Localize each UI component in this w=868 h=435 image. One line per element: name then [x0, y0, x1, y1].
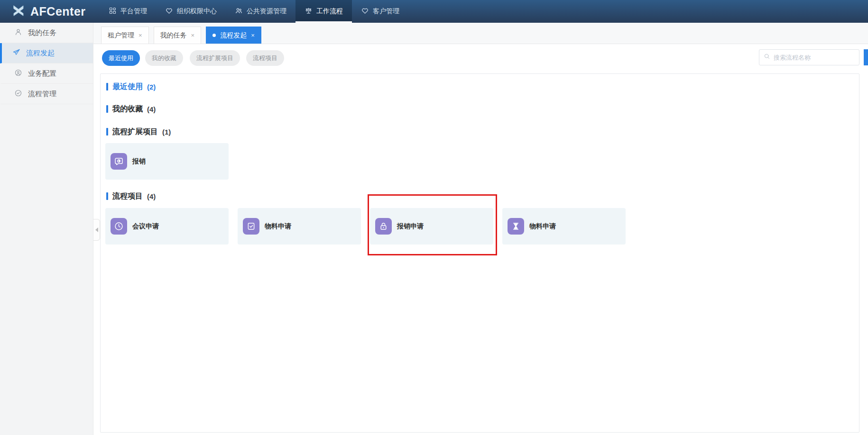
section-count: (2): [147, 83, 156, 91]
section-count: (1): [162, 128, 171, 136]
filter-my-favorites[interactable]: 我的收藏: [145, 50, 183, 66]
filter-label: 流程扩展项目: [196, 54, 233, 63]
section-header-process-extension-items: 流程扩展项目 (1): [106, 127, 171, 136]
app-logo-icon: [11, 3, 26, 19]
process-card-label: 报销申请: [397, 222, 424, 231]
process-card-label: 会议申请: [132, 222, 159, 231]
nav-item-label: 客户管理: [373, 7, 399, 16]
filter-label: 最近使用: [109, 54, 133, 63]
section-title: 流程扩展项目: [112, 127, 158, 137]
nav-item-label: 组织权限中心: [177, 7, 217, 16]
process-card-material-request-1[interactable]: 物料申请: [238, 208, 361, 245]
close-icon[interactable]: ×: [139, 32, 142, 39]
chevron-left-icon: [95, 227, 98, 232]
process-card-label: 物料申请: [265, 222, 291, 231]
filter-recently-used[interactable]: 最近使用: [102, 50, 140, 66]
active-dot-icon: [212, 34, 216, 37]
user-icon: [14, 28, 22, 37]
section-bar: [106, 83, 108, 91]
hourglass-icon: [508, 218, 524, 235]
filter-label: 流程项目: [253, 54, 277, 63]
lock-icon: [375, 218, 392, 235]
nav-item-public-resource-management[interactable]: 公共资源管理: [226, 0, 295, 23]
sidebar-item-process-management[interactable]: 流程管理: [0, 84, 93, 104]
section-bar: [106, 105, 108, 113]
section-title: 我的收藏: [112, 104, 143, 114]
content-panel: [100, 73, 859, 433]
sidebar-item-label: 我的任务: [28, 28, 56, 37]
sidebar: 我的任务 流程发起 业务配置 流程管理: [0, 23, 93, 435]
tab-process-initiate[interactable]: 流程发起 ×: [206, 27, 261, 44]
top-navbar: AFCenter 平台管理 组织权限中心 公共资源管理 工作流程: [0, 0, 868, 23]
section-count: (4): [147, 192, 156, 200]
process-card-meeting-request[interactable]: 会议申请: [105, 208, 229, 245]
paper-plane-icon: [12, 48, 20, 58]
section-count: (4): [147, 105, 156, 113]
tab-label: 流程发起: [220, 31, 247, 40]
section-title: 流程项目: [112, 191, 143, 201]
sidebar-item-label: 流程发起: [26, 49, 55, 58]
process-card-label: 物料申请: [529, 222, 556, 231]
section-bar: [106, 192, 108, 200]
heart-icon: [361, 7, 369, 16]
section-title: 最近使用: [112, 82, 143, 92]
tab-bar: 租户管理 × 我的任务 × 流程发起 ×: [93, 23, 868, 44]
search-box: [759, 49, 859, 65]
scale-icon: [305, 7, 313, 16]
sidebar-item-my-tasks[interactable]: 我的任务: [0, 23, 93, 43]
app-logo-text: AFCenter: [30, 5, 86, 18]
search-action-button[interactable]: [864, 49, 868, 65]
sidebar-item-business-config[interactable]: 业务配置: [0, 63, 93, 84]
process-card-expense-request[interactable]: 报销申请: [370, 208, 493, 245]
check-circle-icon: [14, 89, 22, 99]
checklist-icon: [243, 218, 259, 235]
section-header-process-items: 流程项目 (4): [106, 191, 156, 201]
nav-item-label: 工作流程: [316, 7, 343, 16]
nav-item-platform-management[interactable]: 平台管理: [100, 0, 156, 23]
tab-tenant-management[interactable]: 租户管理 ×: [101, 27, 149, 44]
search-input[interactable]: [774, 54, 855, 61]
heart-icon: [165, 7, 173, 16]
clock-icon: [111, 218, 127, 235]
nav-item-customer-management[interactable]: 客户管理: [352, 0, 408, 23]
tab-my-tasks[interactable]: 我的任务 ×: [154, 27, 202, 44]
close-icon[interactable]: ×: [191, 32, 195, 39]
filter-process-extension-items[interactable]: 流程扩展项目: [190, 50, 240, 66]
close-icon[interactable]: ×: [251, 32, 255, 39]
chat-bubble-icon: [111, 153, 127, 170]
process-card-label: 报销: [132, 157, 146, 166]
sidebar-collapse-handle[interactable]: [93, 219, 100, 241]
people-icon: [235, 7, 243, 16]
filter-label: 我的收藏: [152, 54, 176, 63]
filter-process-items[interactable]: 流程项目: [246, 50, 284, 66]
section-bar: [106, 128, 108, 136]
app-grid-icon: [109, 7, 117, 16]
app-logo: AFCenter: [0, 0, 100, 23]
sidebar-item-process-initiate[interactable]: 流程发起: [0, 43, 93, 63]
process-card-baoxiao[interactable]: 报销: [105, 143, 229, 180]
section-header-recently-used: 最近使用 (2): [106, 82, 156, 91]
sidebar-item-label: 业务配置: [28, 69, 56, 78]
search-icon: [764, 53, 770, 62]
tab-label: 我的任务: [160, 31, 187, 40]
nav-item-workflow[interactable]: 工作流程: [295, 0, 352, 23]
sidebar-item-label: 流程管理: [28, 90, 56, 99]
nav-item-label: 公共资源管理: [247, 7, 286, 16]
section-header-my-favorites: 我的收藏 (4): [106, 104, 156, 114]
process-card-material-request-2[interactable]: 物料申请: [502, 208, 626, 245]
tab-label: 租户管理: [108, 31, 134, 40]
nav-menu: 平台管理 组织权限中心 公共资源管理 工作流程 客户管理: [100, 0, 408, 23]
user-circle-icon: [14, 69, 22, 78]
nav-item-org-permission-center[interactable]: 组织权限中心: [156, 0, 226, 23]
nav-item-label: 平台管理: [120, 7, 147, 16]
